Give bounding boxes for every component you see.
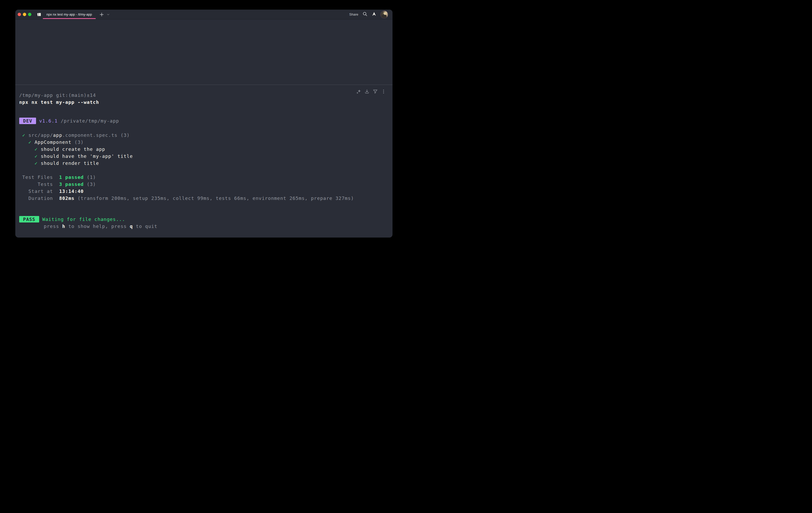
share-button[interactable]: Share bbox=[349, 12, 358, 16]
ai-sparkles-icon[interactable] bbox=[356, 89, 361, 94]
terminal-text-segment: 3 passed bbox=[59, 182, 84, 187]
terminal-text-segment bbox=[58, 118, 61, 124]
command-line: npx nx test my-app --watch bbox=[19, 99, 388, 106]
minimize-button[interactable] bbox=[23, 13, 26, 16]
terminal-text-segment: q bbox=[130, 223, 133, 229]
terminal-text-segment bbox=[38, 146, 41, 152]
dev-badge: DEV bbox=[19, 117, 36, 124]
avatar[interactable] bbox=[381, 11, 388, 18]
terminal-text-segment: should render title bbox=[41, 160, 99, 166]
pass-badge: PASS bbox=[19, 216, 39, 222]
block-toolbar bbox=[356, 89, 386, 94]
new-tab-button[interactable] bbox=[99, 12, 104, 17]
terminal-text-segment: to show help, press bbox=[65, 223, 130, 229]
terminal-text-segment: src/app/ bbox=[29, 132, 53, 138]
pages-icon[interactable] bbox=[36, 12, 42, 17]
test-file-line: ✓ src/app/app.component.spec.ts (3) bbox=[19, 132, 388, 139]
terminal-text-segment: Start at bbox=[19, 188, 59, 194]
tab-dropdown-chevron-icon[interactable] bbox=[107, 13, 110, 16]
terminal-text-segment bbox=[19, 154, 34, 159]
terminal-output: /tmp/my-app git:(main)±14npx nx test my-… bbox=[19, 92, 388, 230]
terminal-text-segment: /private/tmp/my-app bbox=[61, 118, 119, 124]
summary-test-files: Test Files 1 passed (1) bbox=[19, 174, 388, 181]
tab-bar: npx nx test my-app - /t/my-app Share bbox=[15, 9, 393, 20]
terminal-text-segment: Test Files bbox=[19, 174, 59, 180]
terminal-text-segment bbox=[19, 146, 34, 152]
terminal-text-segment bbox=[19, 132, 22, 138]
terminal-text-segment bbox=[38, 160, 41, 166]
terminal-text-segment bbox=[38, 154, 41, 159]
terminal-text-segment: app bbox=[53, 132, 62, 138]
prompt-line: /tmp/my-app git:(main)±14 bbox=[19, 92, 388, 99]
test-case-line: ✓ should create the app bbox=[19, 146, 388, 153]
terminal-area: /tmp/my-app git:(main)±14npx nx test my-… bbox=[15, 20, 393, 238]
terminal-text-segment: to quit bbox=[133, 223, 157, 229]
terminal-text-segment: Duration bbox=[19, 195, 59, 201]
terminal-text-segment bbox=[31, 139, 34, 145]
more-options-icon[interactable] bbox=[381, 89, 386, 94]
terminal-text-segment bbox=[39, 217, 42, 222]
tabbar-right-cluster: Share bbox=[349, 11, 393, 18]
active-tab-underline bbox=[43, 18, 96, 19]
terminal-text-segment bbox=[25, 132, 29, 138]
terminal-text-segment: should have the 'my-app' title bbox=[41, 154, 133, 159]
terminal-spacer bbox=[19, 202, 388, 216]
terminal-text-segment: ✓ bbox=[34, 154, 38, 159]
terminal-text-segment: /tmp/my-app git:(main)±14 bbox=[19, 92, 96, 98]
terminal-text-segment: (3) bbox=[71, 139, 84, 145]
vitest-dev-line: DEV v1.6.1 /private/tmp/my-app bbox=[19, 117, 388, 124]
test-suite-line: ✓ AppComponent (3) bbox=[19, 139, 388, 146]
terminal-text-segment bbox=[19, 160, 34, 166]
watch-help-line: press h to show help, press q to quit bbox=[19, 223, 388, 230]
tab-title: npx nx test my-app - /t/my-app bbox=[47, 12, 92, 16]
terminal-window: npx nx test my-app - /t/my-app Share bbox=[15, 9, 393, 238]
terminal-spacer bbox=[19, 106, 388, 117]
warp-ai-icon[interactable] bbox=[372, 12, 376, 18]
filter-icon[interactable] bbox=[373, 89, 378, 94]
terminal-text-segment: ✓ bbox=[29, 139, 32, 145]
test-case-line: ✓ should render title bbox=[19, 160, 388, 167]
summary-duration: Duration 802ms (transform 200ms, setup 2… bbox=[19, 195, 388, 202]
traffic-lights bbox=[18, 13, 31, 16]
terminal-scrollback bbox=[15, 20, 393, 85]
terminal-text-segment: press bbox=[19, 223, 62, 229]
terminal-spacer bbox=[19, 124, 388, 132]
terminal-spacer bbox=[19, 167, 388, 174]
watch-status-line: PASS Waiting for file changes... bbox=[19, 216, 388, 223]
tab-npx-nx-test[interactable]: npx nx test my-app - /t/my-app bbox=[43, 9, 96, 19]
terminal-text-segment: ✓ bbox=[34, 146, 38, 152]
close-button[interactable] bbox=[18, 13, 21, 16]
summary-tests: Tests 3 passed (3) bbox=[19, 181, 388, 188]
terminal-text-segment: 1 passed bbox=[59, 174, 84, 180]
terminal-text-segment: ✓ bbox=[22, 132, 25, 138]
terminal-text-segment: 802ms bbox=[59, 195, 75, 201]
terminal-text-segment: should create the app bbox=[41, 146, 105, 152]
download-icon[interactable] bbox=[365, 89, 370, 94]
terminal-text-segment: (3) bbox=[84, 182, 96, 187]
terminal-text-segment: (transform 200ms, setup 235ms, collect 9… bbox=[75, 195, 354, 201]
terminal-text-segment bbox=[19, 139, 29, 145]
terminal-text-segment: Waiting for file changes... bbox=[42, 217, 125, 222]
terminal-text-segment: (1) bbox=[84, 174, 96, 180]
terminal-text-segment: (3) bbox=[118, 132, 130, 138]
terminal-text-segment: AppComponent bbox=[34, 139, 71, 145]
terminal-text-segment: v1.6.1 bbox=[39, 118, 58, 124]
test-case-line: ✓ should have the 'my-app' title bbox=[19, 153, 388, 160]
terminal-text-segment: Tests bbox=[19, 182, 59, 187]
search-icon[interactable] bbox=[362, 11, 368, 18]
terminal-text-segment: h bbox=[62, 223, 65, 229]
terminal-text-segment: ✓ bbox=[34, 160, 38, 166]
command-block: /tmp/my-app git:(main)±14npx nx test my-… bbox=[15, 85, 393, 237]
terminal-text-segment bbox=[36, 118, 39, 124]
terminal-text-segment: npx nx test my-app --watch bbox=[19, 100, 99, 105]
terminal-text-segment: .component.spec.ts bbox=[62, 132, 118, 138]
terminal-text-segment: 13:14:40 bbox=[59, 188, 84, 194]
summary-start-at: Start at 13:14:40 bbox=[19, 188, 388, 195]
maximize-button[interactable] bbox=[28, 13, 31, 16]
